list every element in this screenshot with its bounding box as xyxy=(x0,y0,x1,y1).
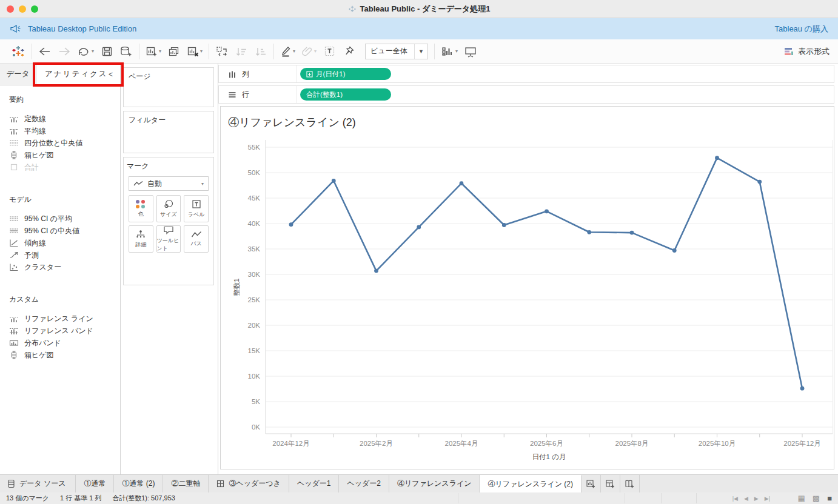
edition-banner: Tableau Desktop Public Edition Tableau の… xyxy=(0,18,838,39)
save-button[interactable] xyxy=(100,44,113,59)
fit-view-selector[interactable]: ビュー全体 ▼ xyxy=(365,44,428,59)
group-members-button[interactable]: ▾ xyxy=(301,44,317,59)
analytics-item-trend-line[interactable]: 傾向線 xyxy=(0,237,120,249)
line-chart[interactable]: 0K5K10K15K20K25K30K35K40K45K50K55K2024年1… xyxy=(221,137,834,469)
tab-data[interactable]: データ xyxy=(0,64,36,85)
analytics-item-label: 箱ヒゲ図 xyxy=(24,150,54,161)
tab-dual-axis[interactable]: ②二重軸 xyxy=(163,475,209,492)
analytics-item-ci-median[interactable]: 95% CI の中央値 xyxy=(0,225,120,237)
clear-sheet-button[interactable]: ▾ xyxy=(187,44,203,59)
analytics-item-constant-line[interactable]: 定数線 xyxy=(0,113,120,125)
first-sheet-button[interactable]: |◀ xyxy=(732,496,738,502)
highlight-button[interactable]: ▾ xyxy=(280,44,295,59)
analytics-item-reference-line[interactable]: リファレンス ライン xyxy=(0,313,120,325)
tab-data-source[interactable]: データ ソース xyxy=(0,475,76,492)
redo-button[interactable] xyxy=(58,44,71,59)
analytics-pane: データ アナリティクス < 要約 定数線 平均線 四分位数と中央値 xyxy=(0,64,121,474)
rows-pill[interactable]: 合計(整数1) xyxy=(300,88,391,101)
worksheet-view: ④リファレンスライン (2) 0K5K10K15K20K25K30K35K40K… xyxy=(220,106,834,469)
show-mark-labels-button[interactable]: ▾ xyxy=(441,44,458,59)
new-worksheet-tab-button[interactable] xyxy=(582,475,601,492)
duplicate-sheet-button[interactable] xyxy=(167,44,181,59)
analytics-item-box-plot-custom[interactable]: 箱ヒゲ図 xyxy=(0,349,120,361)
tab-reference-line-2[interactable]: ④リファレンスライン (2) xyxy=(480,475,582,492)
size-button[interactable]: サイズ xyxy=(156,195,181,222)
analytics-item-box-plot[interactable]: 箱ヒゲ図 xyxy=(0,149,120,161)
last-sheet-button[interactable]: ▶| xyxy=(765,496,770,502)
tableau-logo-icon[interactable] xyxy=(11,44,25,59)
analytics-item-average-line[interactable]: 平均線 xyxy=(0,125,120,137)
tab-analytics[interactable]: アナリティクス < xyxy=(36,64,120,85)
svg-text:25K: 25K xyxy=(248,296,261,303)
reference-line-icon xyxy=(9,314,19,323)
analytics-item-cluster[interactable]: クラスター xyxy=(0,261,120,273)
svg-text:0K: 0K xyxy=(252,423,260,431)
undo-button[interactable] xyxy=(38,44,52,59)
analytics-item-label: 予測 xyxy=(24,250,39,260)
analytics-item-ci-average[interactable]: 95% CI の平均 xyxy=(0,213,120,225)
window-title-text: Tableau Public - ダミーデータ処理1 xyxy=(360,4,491,15)
status-total: 合計(整数1): 507,953 xyxy=(113,494,175,503)
pages-shelf[interactable]: ページ xyxy=(123,67,214,107)
analytics-item-distribution-band[interactable]: 分布バンド xyxy=(0,337,120,349)
status-divider xyxy=(696,493,697,503)
previous-sheet-button[interactable]: ◀ xyxy=(744,496,748,502)
zoom-window-button[interactable] xyxy=(31,5,38,13)
sort-ascending-button[interactable] xyxy=(235,44,248,59)
next-sheet-button[interactable]: ▶ xyxy=(754,496,759,502)
reference-band-icon xyxy=(9,327,19,335)
show-sheet-sorter-button[interactable]: ▦ xyxy=(798,494,805,503)
window-title: Tableau Public - ダミーデータ処理1 xyxy=(348,4,491,15)
label-button[interactable]: ラベル xyxy=(184,195,209,222)
minimize-window-button[interactable] xyxy=(19,5,26,13)
tab-normal-1-2[interactable]: ①通常 (2) xyxy=(114,475,163,492)
totals-icon xyxy=(9,163,19,171)
show-tabs-button[interactable]: ■ xyxy=(827,494,832,503)
new-data-source-button[interactable] xyxy=(119,44,133,59)
purchase-tableau-link[interactable]: Tableau の購入 xyxy=(775,24,828,35)
rows-shelf[interactable]: 行 合計(整数1) xyxy=(218,85,834,104)
close-window-button[interactable] xyxy=(7,5,14,13)
expand-field-icon[interactable] xyxy=(306,71,313,78)
rows-icon xyxy=(228,91,236,99)
label-button-label: ラベル xyxy=(188,211,205,219)
mark-type-dropdown[interactable]: 自動 ▾ xyxy=(129,176,209,191)
columns-pill[interactable]: 月(日付1) xyxy=(300,68,391,80)
section-header-custom: カスタム xyxy=(0,285,120,308)
tab-header-2[interactable]: ヘッダー2 xyxy=(339,475,389,492)
tab-with-header[interactable]: ③ヘッダーつき xyxy=(209,475,289,492)
presentation-mode-button[interactable] xyxy=(464,44,477,59)
tab-label: ①通常 xyxy=(84,479,106,489)
tooltip-button[interactable]: ツールヒント xyxy=(156,225,181,253)
path-button[interactable]: パス xyxy=(184,225,209,253)
detail-button[interactable]: 詳細 xyxy=(129,225,153,253)
new-story-button[interactable] xyxy=(620,475,640,492)
section-header-summary: 要約 xyxy=(0,85,120,108)
fix-axes-pin-button[interactable] xyxy=(342,44,355,59)
filters-shelf[interactable]: フィルター xyxy=(123,111,214,153)
color-button[interactable]: 色 xyxy=(129,195,153,222)
show-me-button[interactable]: 表示形式 xyxy=(784,39,830,64)
analytics-item-median-quartiles[interactable]: 四分位数と中央値 xyxy=(0,137,120,149)
analytics-item-label: リファレンス ライン xyxy=(24,314,93,324)
show-filmstrip-button[interactable]: ▩ xyxy=(813,494,820,503)
tab-header-1[interactable]: ヘッダー1 xyxy=(289,475,340,492)
sheet-title[interactable]: ④リファレンスライン (2) xyxy=(221,107,834,137)
fit-view-caret[interactable]: ▼ xyxy=(414,44,427,59)
swap-axes-button[interactable] xyxy=(215,44,229,59)
new-dashboard-button[interactable] xyxy=(601,475,620,492)
text-label-button[interactable] xyxy=(323,44,336,59)
analytics-item-reference-band[interactable]: リファレンス バンド xyxy=(0,325,120,337)
analytics-item-totals[interactable]: 合計 xyxy=(0,161,120,173)
new-worksheet-button[interactable]: ▾ xyxy=(146,44,161,59)
refresh-button[interactable]: ▾ xyxy=(77,44,94,59)
sort-descending-button[interactable] xyxy=(254,44,267,59)
analytics-item-label: 箱ヒゲ図 xyxy=(24,350,54,360)
detail-button-label: 詳細 xyxy=(135,241,146,249)
tab-reference-line[interactable]: ④リファレンスライン xyxy=(389,475,480,492)
analytics-item-label: 95% CI の中央値 xyxy=(24,226,79,236)
columns-shelf[interactable]: 列 月(日付1) xyxy=(218,65,834,83)
tab-normal-1[interactable]: ①通常 xyxy=(76,475,114,492)
collapse-pane-button[interactable]: < xyxy=(109,70,113,79)
analytics-item-forecast[interactable]: 予測 xyxy=(0,249,120,261)
